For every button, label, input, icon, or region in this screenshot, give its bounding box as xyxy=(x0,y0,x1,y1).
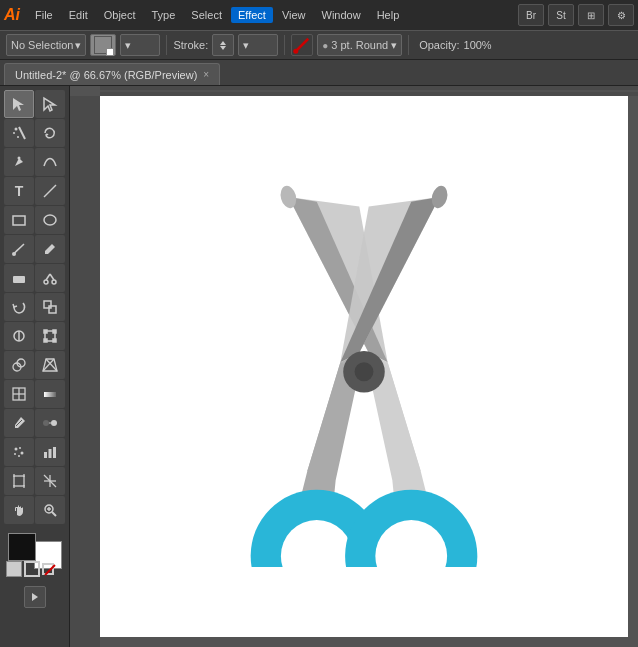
type-tool[interactable]: T xyxy=(4,177,34,205)
toolbar: No Selection ▾ ▾ Stroke: ▾ ● 3 pt. Round… xyxy=(0,30,638,60)
direct-selection-tool[interactable] xyxy=(35,90,65,118)
stroke-swatch[interactable] xyxy=(24,561,40,577)
menu-object[interactable]: Object xyxy=(97,7,143,23)
symbol-sprayer-tool[interactable] xyxy=(4,438,34,466)
chevron-down-icon: ▾ xyxy=(391,39,397,52)
stroke-spinbox[interactable] xyxy=(212,34,234,56)
menu-effect[interactable]: Effect xyxy=(231,7,273,23)
fill-color[interactable] xyxy=(90,34,116,56)
svg-rect-61 xyxy=(70,96,100,647)
menubar-right: Br St ⊞ ⚙ xyxy=(518,4,634,26)
tool-row-1 xyxy=(4,90,65,118)
tabbar: Untitled-2* @ 66.67% (RGB/Preview) × xyxy=(0,60,638,86)
blend-tool[interactable] xyxy=(35,409,65,437)
scale-tool[interactable] xyxy=(35,293,65,321)
svg-point-36 xyxy=(43,420,49,426)
rectangle-tool[interactable] xyxy=(4,206,34,234)
settings-icon[interactable]: ⚙ xyxy=(608,4,634,26)
svg-rect-9 xyxy=(13,216,25,225)
app-logo: Ai xyxy=(4,6,20,24)
canvas-area xyxy=(70,86,638,647)
svg-point-43 xyxy=(18,455,20,457)
curvature-tool[interactable] xyxy=(35,148,65,176)
line-tool[interactable] xyxy=(35,177,65,205)
svg-point-13 xyxy=(44,280,48,284)
zoom-tool[interactable] xyxy=(35,496,65,524)
svg-line-15 xyxy=(46,274,50,280)
stock-icon[interactable]: St xyxy=(548,4,574,26)
svg-line-8 xyxy=(44,185,56,197)
menu-select[interactable]: Select xyxy=(184,7,229,23)
workspace-icon[interactable]: ⊞ xyxy=(578,4,604,26)
separator xyxy=(166,35,167,55)
svg-rect-12 xyxy=(13,276,25,283)
tool-row-2 xyxy=(4,119,65,147)
perspective-tool[interactable] xyxy=(35,351,65,379)
svg-rect-47 xyxy=(14,476,24,486)
selection-dropdown[interactable]: No Selection ▾ xyxy=(6,34,86,56)
foreground-color-swatch[interactable] xyxy=(8,533,36,561)
warp-tool[interactable] xyxy=(4,322,34,350)
pencil-tool[interactable] xyxy=(35,235,65,263)
lasso-tool[interactable] xyxy=(35,119,65,147)
svg-point-41 xyxy=(14,453,16,455)
slice-tool[interactable] xyxy=(35,467,65,495)
svg-rect-46 xyxy=(53,447,56,458)
eyedropper-tool[interactable] xyxy=(4,409,34,437)
rotate-tool[interactable] xyxy=(4,293,34,321)
menu-type[interactable]: Type xyxy=(145,7,183,23)
navigate-button[interactable] xyxy=(24,586,46,608)
bridge-icon[interactable]: Br xyxy=(518,4,544,26)
paintbrush-tool[interactable] xyxy=(4,235,34,263)
menu-file[interactable]: File xyxy=(28,7,60,23)
menu-help[interactable]: Help xyxy=(370,7,407,23)
pt-dropdown[interactable]: ● 3 pt. Round ▾ xyxy=(317,34,402,56)
none-swatch[interactable] xyxy=(42,563,54,575)
fill-stroke-row xyxy=(6,561,54,577)
menu-edit[interactable]: Edit xyxy=(62,7,95,23)
ellipse-tool[interactable] xyxy=(35,206,65,234)
separator3 xyxy=(408,35,409,55)
selection-tool[interactable] xyxy=(4,90,34,118)
svg-point-14 xyxy=(52,280,56,284)
svg-point-11 xyxy=(12,252,16,256)
tool-row-10 xyxy=(4,351,65,379)
svg-rect-24 xyxy=(44,339,47,342)
svg-point-39 xyxy=(15,448,18,451)
selection-label: No Selection xyxy=(11,39,73,51)
tool-row-15 xyxy=(4,496,65,524)
menu-view[interactable]: View xyxy=(275,7,313,23)
free-transform-tool[interactable] xyxy=(35,322,65,350)
svg-point-0 xyxy=(293,49,298,54)
arrow-down-icon xyxy=(220,46,226,50)
tool-row-3 xyxy=(4,148,65,176)
tool-row-8 xyxy=(4,293,65,321)
fill-dropdown[interactable]: ▾ xyxy=(120,34,160,56)
hand-tool[interactable] xyxy=(4,496,34,524)
svg-point-37 xyxy=(51,420,57,426)
tool-row-7 xyxy=(4,264,65,292)
tool-row-9 xyxy=(4,322,65,350)
graph-tool[interactable] xyxy=(35,438,65,466)
pen-tool[interactable] xyxy=(4,148,34,176)
tab-close-button[interactable]: × xyxy=(203,69,209,80)
svg-rect-45 xyxy=(49,449,52,458)
document-tab[interactable]: Untitled-2* @ 66.67% (RGB/Preview) × xyxy=(4,63,220,85)
eraser-tool[interactable] xyxy=(4,264,34,292)
horizontal-ruler xyxy=(100,86,638,96)
shape-builder-tool[interactable] xyxy=(4,351,34,379)
artboard-tool[interactable] xyxy=(4,467,34,495)
artboard xyxy=(100,96,628,637)
svg-rect-18 xyxy=(49,306,56,313)
menu-window[interactable]: Window xyxy=(315,7,368,23)
fill-swatch[interactable] xyxy=(6,561,22,577)
gradient-tool[interactable] xyxy=(35,380,65,408)
type-icon: T xyxy=(15,183,24,199)
stroke-dropdown[interactable]: ▾ xyxy=(238,34,278,56)
mesh-tool[interactable] xyxy=(4,380,34,408)
magic-wand-tool[interactable] xyxy=(4,119,34,147)
scissors-tool[interactable] xyxy=(35,264,65,292)
svg-line-56 xyxy=(52,512,56,516)
svg-line-3 xyxy=(19,127,25,139)
svg-point-42 xyxy=(21,452,24,455)
